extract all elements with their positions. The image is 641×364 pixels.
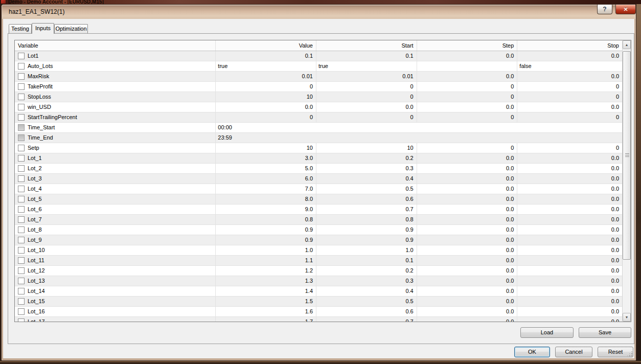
table-row[interactable]: Lot_9 0.9 0.9 0.0 0.0	[15, 235, 622, 245]
value-cell[interactable]: 00:00	[216, 123, 622, 132]
table-row[interactable]: Lot_6 9.0 0.7 0.0 0.0	[15, 204, 622, 215]
step-cell[interactable]: 0.0	[417, 184, 518, 194]
value-cell[interactable]: 9.0	[216, 204, 316, 214]
optimize-checkbox[interactable]	[18, 53, 25, 59]
start-cell[interactable]: 0.2	[316, 153, 417, 163]
value-cell[interactable]: 7.0	[216, 184, 316, 194]
scroll-down-icon[interactable]: ▼	[623, 313, 631, 322]
optimize-checkbox[interactable]	[18, 94, 25, 100]
value-cell[interactable]: 10	[216, 143, 316, 153]
close-icon[interactable]: ✕	[615, 5, 636, 14]
table-row[interactable]: MaxRisk 0.01 0.01 0.0 0.0	[15, 72, 622, 82]
optimize-checkbox[interactable]	[18, 247, 25, 254]
table-row[interactable]: StopLoss 10 0 0 0	[15, 92, 622, 102]
start-cell[interactable]: 1.0	[316, 245, 417, 255]
value-cell[interactable]: 1.7	[216, 317, 316, 322]
start-cell[interactable]: 0.5	[316, 184, 417, 194]
step-cell[interactable]: 0.0	[417, 245, 518, 255]
optimize-checkbox[interactable]	[18, 318, 25, 322]
table-row[interactable]: Lot_12 1.2 0.2 0.0 0.0	[15, 266, 622, 276]
table-row[interactable]: Lot1 0.1 0.1 0.0 0.0	[15, 51, 622, 61]
table-row[interactable]: Lot_11 1.1 0.1 0.0 0.0	[15, 256, 622, 266]
value-cell[interactable]: 1.4	[216, 286, 316, 296]
optimize-checkbox[interactable]	[18, 175, 25, 182]
table-row[interactable]: Lot_1 3.0 0.2 0.0 0.0	[15, 153, 622, 164]
vertical-scrollbar[interactable]: ▲ ▼	[622, 40, 631, 322]
value-cell[interactable]: 6.0	[216, 174, 316, 184]
optimize-checkbox[interactable]	[18, 165, 25, 172]
table-row[interactable]: Lot_8 0.9 0.9 0.0 0.0	[15, 225, 622, 235]
table-row[interactable]: Auto_Lots true true false	[15, 61, 622, 72]
start-cell[interactable]: 0	[316, 82, 417, 92]
start-cell[interactable]: 0.9	[316, 225, 417, 235]
stop-cell[interactable]: 0.0	[517, 235, 622, 245]
value-cell[interactable]: 10	[216, 92, 316, 102]
value-cell[interactable]: 3.0	[216, 153, 316, 163]
step-cell[interactable]: 0	[417, 112, 518, 122]
start-cell[interactable]: 0.7	[316, 317, 417, 322]
optimize-checkbox[interactable]	[18, 186, 25, 192]
value-cell[interactable]: 1.3	[216, 276, 316, 286]
value-cell[interactable]: true	[216, 61, 316, 71]
optimize-checkbox[interactable]	[18, 134, 25, 141]
table-row[interactable]: Lot_16 1.6 0.6 0.0 0.0	[15, 307, 622, 317]
start-cell[interactable]: 0.3	[316, 276, 417, 286]
table-row[interactable]: Lot_17 1.7 0.7 0.0 0.0	[15, 317, 622, 322]
start-cell[interactable]: 0.4	[316, 174, 417, 184]
tab-optimization[interactable]: Optimization	[54, 24, 88, 33]
optimize-checkbox[interactable]	[18, 124, 25, 131]
step-cell[interactable]: 0.0	[417, 256, 518, 265]
stop-cell[interactable]: 0	[517, 112, 622, 122]
step-cell[interactable]: 0.0	[417, 297, 518, 306]
start-cell[interactable]: 0.5	[316, 297, 417, 306]
optimize-checkbox[interactable]	[18, 237, 25, 243]
optimize-checkbox[interactable]	[18, 206, 25, 213]
table-row[interactable]: Lot_14 1.4 0.4 0.0 0.0	[15, 286, 622, 297]
stop-cell[interactable]: 0.0	[517, 174, 622, 184]
step-cell[interactable]: 0.0	[417, 51, 518, 61]
step-cell[interactable]: 0.0	[417, 266, 518, 276]
optimize-checkbox[interactable]	[18, 226, 25, 233]
stop-cell[interactable]: 0	[517, 143, 622, 153]
stop-cell[interactable]: 0.0	[517, 256, 622, 265]
start-cell[interactable]: 0.01	[316, 72, 417, 81]
start-cell[interactable]: 0.1	[316, 51, 417, 61]
start-cell[interactable]: 0.8	[316, 215, 417, 224]
optimize-checkbox[interactable]	[18, 278, 25, 284]
step-cell[interactable]: 0	[417, 92, 518, 102]
table-row[interactable]: StartTrailingPercent 0 0 0 0	[15, 112, 622, 123]
stop-cell[interactable]: 0.0	[517, 297, 622, 306]
step-cell[interactable]: 0.0	[417, 307, 518, 316]
value-cell[interactable]: 0	[216, 112, 316, 122]
start-cell[interactable]: 0	[316, 112, 417, 122]
value-cell[interactable]: 0.9	[216, 225, 316, 235]
step-cell[interactable]: 0.0	[417, 153, 518, 163]
stop-cell[interactable]: 0.0	[517, 164, 622, 173]
start-cell[interactable]: true	[316, 61, 417, 71]
table-row[interactable]: Lot_13 1.3 0.3 0.0 0.0	[15, 276, 622, 286]
stop-cell[interactable]: 0.0	[517, 266, 622, 276]
value-cell[interactable]: 8.0	[216, 194, 316, 204]
stop-cell[interactable]: 0.0	[517, 215, 622, 224]
start-cell[interactable]: 10	[316, 143, 417, 153]
cancel-button[interactable]: Cancel	[555, 347, 592, 357]
stop-cell[interactable]: 0.0	[517, 276, 622, 286]
scrollbar-thumb[interactable]	[623, 51, 631, 260]
resize-grip[interactable]	[627, 351, 633, 357]
optimize-checkbox[interactable]	[18, 216, 25, 223]
table-row[interactable]: Lot_5 8.0 0.6 0.0 0.0	[15, 194, 622, 204]
table-row[interactable]: Time_End 23:59	[15, 133, 622, 143]
step-cell[interactable]: 0.0	[417, 164, 518, 173]
stop-cell[interactable]: 0.0	[517, 102, 622, 112]
table-row[interactable]: Lot_4 7.0 0.5 0.0 0.0	[15, 184, 622, 194]
table-row[interactable]: win_USD 0.0 0.0 0.0 0.0	[15, 102, 622, 112]
stop-cell[interactable]: 0.0	[517, 184, 622, 194]
table-row[interactable]: Lot_10 1.0 1.0 0.0 0.0	[15, 245, 622, 256]
help-icon[interactable]: ?	[597, 5, 612, 14]
stop-cell[interactable]: 0.0	[517, 317, 622, 322]
value-cell[interactable]: 5.0	[216, 164, 316, 173]
stop-cell[interactable]: false	[517, 61, 622, 71]
step-cell[interactable]: 0.0	[417, 194, 518, 204]
start-cell[interactable]: 0.0	[316, 102, 417, 112]
stop-cell[interactable]: 0.0	[517, 204, 622, 214]
